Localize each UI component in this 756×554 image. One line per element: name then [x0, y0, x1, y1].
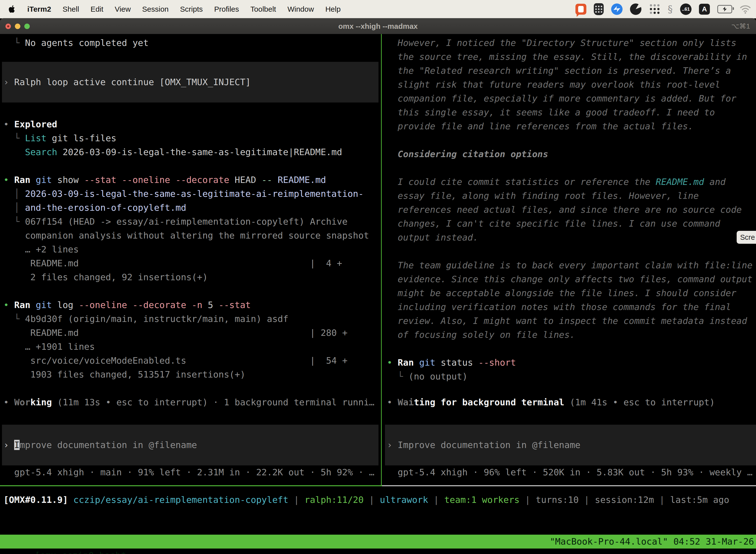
terminal-line: the source tree, missing the essay. Stil…	[387, 50, 756, 64]
terminal-line: including verification notes with those …	[387, 300, 756, 314]
countdown-badge-icon[interactable]: ..61	[680, 3, 692, 15]
terminal-line: └ 4b9d30f (origin/main, instructkr/main,…	[3, 312, 379, 326]
terminal-content: └ No agents completed yet › Ralph loop a…	[0, 34, 756, 554]
left-prompt-input[interactable]: › Improve documentation in @filename	[2, 425, 378, 465]
terminal-line: • Explored	[3, 117, 379, 131]
window-shortcut-badge: ⌥⌘1	[731, 22, 750, 30]
menu-item-iterm2[interactable]: iTerm2	[27, 5, 51, 13]
pie-chart-icon[interactable]	[630, 3, 641, 15]
terminal-line: • Ran git status --short	[387, 356, 756, 370]
terminal-line	[387, 342, 756, 356]
terminal-line: changes, I can't cite specific file line…	[387, 217, 756, 231]
tmux-status-bar: [omx-cczip0:bash* "MacBook-Pro-44.local"…	[0, 535, 756, 549]
terminal-line: src/voice/voiceModeEnabled.ts | 54 +	[3, 354, 379, 368]
terminal-line: README.md | 4 +	[3, 257, 379, 270]
terminal-line	[387, 161, 756, 175]
terminal-line: gpt-5.4 xhigh · main · 91% left · 2.31M …	[3, 465, 379, 479]
terminal-line: • Working (11m 13s • esc to interrupt) ·…	[3, 395, 379, 409]
terminal-line: › Improve documentation in @filename	[387, 438, 580, 452]
menu-item-profiles[interactable]: Profiles	[214, 5, 239, 13]
left-pane[interactable]: └ No agents completed yet › Ralph loop a…	[0, 34, 379, 485]
terminal-line: this single essay, it seems like a good …	[387, 106, 756, 119]
keychain-icon[interactable]: §	[668, 3, 673, 15]
apple-icon[interactable]	[8, 5, 16, 14]
macos-menubar: iTerm2 Shell Edit View Session Scripts P…	[0, 0, 756, 18]
terminal-line: provide file and line references from th…	[387, 119, 756, 133]
terminal-line: companion analysis without altering the …	[3, 229, 379, 242]
menu-item-window[interactable]: Window	[288, 5, 314, 13]
waiting-status-line: • Waiting for background terminal (1m 41…	[387, 395, 756, 409]
dots-grid-icon[interactable]	[649, 3, 660, 15]
terminal-line: › Ralph loop active continue [OMX_TMUX_I…	[3, 75, 251, 89]
terminal-line: [OMX#0.11.9] cczip/essay/ai-reimplementa…	[3, 493, 756, 507]
terminal-line: └ No agents completed yet	[3, 36, 379, 50]
wifi-icon[interactable]	[740, 5, 751, 14]
terminal-line: 1903 files changed, 513517 insertions(+)	[3, 368, 379, 382]
right-pane[interactable]: However, I noticed the "Directory Struct…	[385, 34, 756, 485]
terminal-line: However, I noticed the "Directory Struct…	[387, 36, 756, 50]
terminal-line: └ List git ls-files	[3, 131, 379, 145]
ralph-loop-box: › Ralph loop active continue [OMX_TMUX_I…	[2, 62, 378, 103]
right-prompt-input[interactable]: › Improve documentation in @filename	[385, 425, 756, 465]
active-pane-border	[0, 485, 382, 486]
menu-item-help[interactable]: Help	[325, 5, 341, 13]
terminal-line: essay file, along with finding root file…	[387, 189, 756, 203]
screenshot-app-icon[interactable]	[575, 4, 586, 15]
terminal-line: README.md | 280 +	[3, 326, 379, 340]
pane-divider[interactable]	[381, 34, 382, 485]
terminal-line: › Improve documentation in @filename	[3, 438, 197, 452]
terminal-line: └ 067f154 (HEAD -> essay/ai-reimplementa…	[3, 215, 379, 229]
terminal-line: references need actual files, and since …	[387, 203, 756, 217]
menu-item-scripts[interactable]: Scripts	[180, 5, 203, 13]
terminal-line: … +2 lines	[3, 242, 379, 257]
inactive-pane-border	[382, 485, 756, 486]
battery-icon[interactable]	[717, 5, 732, 13]
window-titlebar[interactable]: omx --xhigh --madmax ⌥⌘1	[0, 18, 756, 34]
terminal-line: might be acceptable alongside the file l…	[387, 286, 756, 300]
terminal-line: of focusing solely on file lines.	[387, 328, 756, 342]
terminal-line: evidence. Since this change only affects…	[387, 272, 756, 286]
menu-item-view[interactable]: View	[115, 5, 131, 13]
tmux-host-clock: "MacBook-Pro-44.local" 04:52 31-Mar-26	[550, 535, 754, 549]
terminal-line	[3, 159, 379, 173]
terminal-line	[3, 284, 379, 298]
terminal-line: gpt-5.4 xhigh · 96% left · 520K in · 5.8…	[387, 465, 756, 479]
screen-notification[interactable]: Scre	[737, 231, 756, 244]
agents-summary: └ No agents completed yet	[3, 36, 379, 50]
left-transcript: • Explored └ List git ls-files Search 20…	[3, 117, 379, 409]
right-session-status: gpt-5.4 xhigh · 96% left · 520K in · 5.8…	[387, 465, 756, 479]
menu-item-session[interactable]: Session	[142, 5, 169, 13]
terminal-line: The team guideline is to back every impo…	[387, 258, 756, 272]
terminal-line: └ (no output)	[387, 370, 756, 384]
terminal-line: Considering citation options	[387, 147, 756, 161]
terminal-line: Search 2026-03-09-is-legal-the-same-as-l…	[3, 145, 379, 159]
shield-grid-icon[interactable]	[594, 3, 604, 15]
terminal-line	[3, 382, 379, 395]
terminal-line: • Waiting for background terminal (1m 41…	[387, 395, 756, 409]
terminal-line: │ and-the-erosion-of-copyleft.md	[3, 201, 379, 215]
window-title: omx --xhigh --madmax	[0, 22, 756, 31]
menu-item-toolbelt[interactable]: Toolbelt	[251, 5, 276, 13]
menubar-menus: iTerm2 Shell Edit View Session Scripts P…	[0, 5, 340, 14]
terminal-line: slight risk that future readers may over…	[387, 78, 756, 92]
messenger-bolt-icon[interactable]	[611, 3, 623, 15]
iterm-window: omx --xhigh --madmax ⌥⌘1 └ No agents com…	[0, 18, 756, 554]
terminal-line: 2 files changed, 92 insertions(+)	[3, 270, 379, 284]
terminal-line: output instead.	[387, 231, 756, 244]
terminal-line: the "Related research writing" section i…	[387, 64, 756, 78]
terminal-line: review. Also, I might want to inspect th…	[387, 314, 756, 328]
tmux-session-name[interactable]: [omx-cczip0:bash*	[35, 550, 126, 554]
left-session-status: gpt-5.4 xhigh · main · 91% left · 2.31M …	[3, 465, 379, 479]
terminal-line: companion file, especially if more comme…	[387, 92, 756, 106]
right-transcript: However, I noticed the "Directory Struct…	[387, 36, 756, 384]
menu-item-shell[interactable]: Shell	[63, 5, 79, 13]
terminal-line	[387, 133, 756, 147]
terminal-line: • Ran git log --oneline --decorate -n 5 …	[3, 298, 379, 312]
terminal-line: • Ran git show --stat --oneline --decora…	[3, 173, 379, 187]
terminal-line	[387, 244, 756, 258]
terminal-line: I could cite commit statistics or refere…	[387, 175, 756, 189]
menu-item-edit[interactable]: Edit	[90, 5, 104, 13]
menubar-status-icons: § ..61 A	[575, 3, 756, 15]
terminal-line: │ 2026-03-09-is-legal-the-same-as-legiti…	[3, 187, 379, 201]
input-source-icon[interactable]: A	[699, 4, 710, 15]
